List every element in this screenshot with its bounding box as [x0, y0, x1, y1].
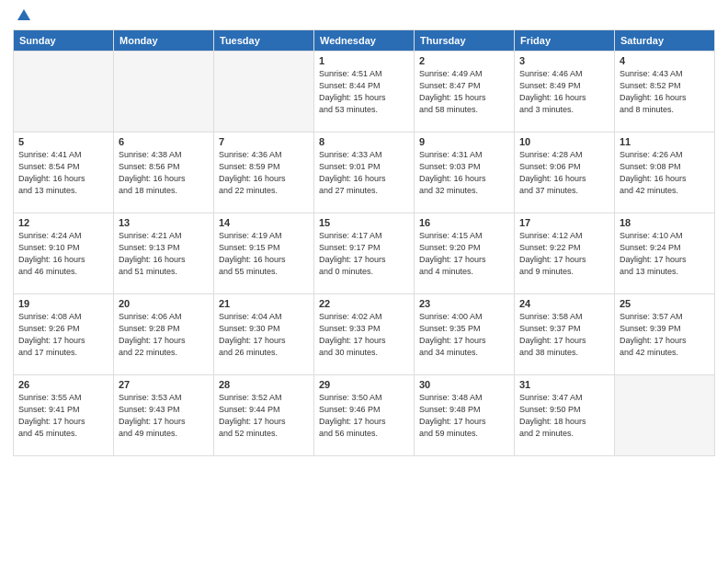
- calendar-cell: 19Sunrise: 4:08 AM Sunset: 9:26 PM Dayli…: [14, 294, 114, 375]
- calendar-cell: 16Sunrise: 4:15 AM Sunset: 9:20 PM Dayli…: [415, 213, 515, 294]
- calendar-cell: 18Sunrise: 4:10 AM Sunset: 9:24 PM Dayli…: [615, 213, 715, 294]
- calendar-cell: 30Sunrise: 3:48 AM Sunset: 9:48 PM Dayli…: [415, 375, 515, 456]
- day-number: 30: [419, 379, 509, 390]
- col-header-wednesday: Wednesday: [314, 30, 415, 52]
- calendar-cell: 6Sunrise: 4:38 AM Sunset: 8:56 PM Daylig…: [114, 132, 214, 213]
- day-info: Sunrise: 3:55 AM Sunset: 9:41 PM Dayligh…: [18, 392, 108, 440]
- svg-marker-0: [17, 9, 30, 20]
- day-info: Sunrise: 4:43 AM Sunset: 8:52 PM Dayligh…: [620, 68, 710, 116]
- day-number: 26: [18, 379, 108, 390]
- day-info: Sunrise: 4:28 AM Sunset: 9:06 PM Dayligh…: [519, 149, 609, 197]
- day-info: Sunrise: 4:26 AM Sunset: 9:08 PM Dayligh…: [620, 149, 710, 197]
- calendar-cell: 27Sunrise: 3:53 AM Sunset: 9:43 PM Dayli…: [114, 375, 214, 456]
- day-number: 24: [519, 298, 609, 309]
- day-info: Sunrise: 4:10 AM Sunset: 9:24 PM Dayligh…: [620, 230, 710, 278]
- day-number: 1: [319, 55, 409, 66]
- day-number: 9: [419, 136, 509, 147]
- day-info: Sunrise: 4:08 AM Sunset: 9:26 PM Dayligh…: [18, 311, 108, 359]
- day-info: Sunrise: 3:50 AM Sunset: 9:46 PM Dayligh…: [319, 392, 409, 440]
- day-number: 18: [620, 217, 710, 228]
- calendar-cell: [114, 52, 214, 132]
- calendar-cell: 22Sunrise: 4:02 AM Sunset: 9:33 PM Dayli…: [314, 294, 415, 375]
- day-info: Sunrise: 4:19 AM Sunset: 9:15 PM Dayligh…: [219, 230, 309, 278]
- day-info: Sunrise: 4:02 AM Sunset: 9:33 PM Dayligh…: [319, 311, 409, 359]
- col-header-saturday: Saturday: [615, 30, 715, 52]
- calendar-cell: 10Sunrise: 4:28 AM Sunset: 9:06 PM Dayli…: [515, 132, 615, 213]
- day-info: Sunrise: 4:24 AM Sunset: 9:10 PM Dayligh…: [18, 230, 108, 278]
- calendar-cell: 23Sunrise: 4:00 AM Sunset: 9:35 PM Dayli…: [415, 294, 515, 375]
- calendar-cell: [14, 52, 114, 132]
- calendar-cell: 4Sunrise: 4:43 AM Sunset: 8:52 PM Daylig…: [615, 52, 715, 132]
- week-row-1: 1Sunrise: 4:51 AM Sunset: 8:44 PM Daylig…: [14, 52, 715, 132]
- day-info: Sunrise: 3:47 AM Sunset: 9:50 PM Dayligh…: [519, 392, 609, 440]
- calendar-cell: 13Sunrise: 4:21 AM Sunset: 9:13 PM Dayli…: [114, 213, 214, 294]
- calendar-cell: 15Sunrise: 4:17 AM Sunset: 9:17 PM Dayli…: [314, 213, 415, 294]
- col-header-thursday: Thursday: [415, 30, 515, 52]
- day-number: 31: [519, 379, 609, 390]
- calendar-cell: 26Sunrise: 3:55 AM Sunset: 9:41 PM Dayli…: [14, 375, 114, 456]
- day-info: Sunrise: 4:38 AM Sunset: 8:56 PM Dayligh…: [119, 149, 209, 197]
- day-number: 16: [419, 217, 509, 228]
- col-header-sunday: Sunday: [14, 30, 114, 52]
- day-number: 5: [18, 136, 108, 147]
- day-number: 25: [620, 298, 710, 309]
- calendar-cell: 17Sunrise: 4:12 AM Sunset: 9:22 PM Dayli…: [515, 213, 615, 294]
- day-info: Sunrise: 3:48 AM Sunset: 9:48 PM Dayligh…: [419, 392, 509, 440]
- col-header-friday: Friday: [515, 30, 615, 52]
- day-number: 27: [119, 379, 209, 390]
- day-info: Sunrise: 4:21 AM Sunset: 9:13 PM Dayligh…: [119, 230, 209, 278]
- calendar-cell: 9Sunrise: 4:31 AM Sunset: 9:03 PM Daylig…: [415, 132, 515, 213]
- header: [13, 9, 715, 22]
- day-info: Sunrise: 4:15 AM Sunset: 9:20 PM Dayligh…: [419, 230, 509, 278]
- calendar-cell: 5Sunrise: 4:41 AM Sunset: 8:54 PM Daylig…: [14, 132, 114, 213]
- day-number: 15: [319, 217, 409, 228]
- week-row-4: 19Sunrise: 4:08 AM Sunset: 9:26 PM Dayli…: [14, 294, 715, 375]
- calendar-cell: [615, 375, 715, 456]
- day-number: 12: [18, 217, 108, 228]
- day-info: Sunrise: 4:41 AM Sunset: 8:54 PM Dayligh…: [18, 149, 108, 197]
- calendar-cell: 29Sunrise: 3:50 AM Sunset: 9:46 PM Dayli…: [314, 375, 415, 456]
- week-row-3: 12Sunrise: 4:24 AM Sunset: 9:10 PM Dayli…: [14, 213, 715, 294]
- calendar-cell: 20Sunrise: 4:06 AM Sunset: 9:28 PM Dayli…: [114, 294, 214, 375]
- logo: [13, 9, 32, 22]
- day-info: Sunrise: 4:17 AM Sunset: 9:17 PM Dayligh…: [319, 230, 409, 278]
- day-number: 10: [519, 136, 609, 147]
- day-number: 28: [219, 379, 309, 390]
- day-number: 2: [419, 55, 509, 66]
- week-row-2: 5Sunrise: 4:41 AM Sunset: 8:54 PM Daylig…: [14, 132, 715, 213]
- calendar-cell: 3Sunrise: 4:46 AM Sunset: 8:49 PM Daylig…: [515, 52, 615, 132]
- day-info: Sunrise: 4:00 AM Sunset: 9:35 PM Dayligh…: [419, 311, 509, 359]
- day-info: Sunrise: 3:58 AM Sunset: 9:37 PM Dayligh…: [519, 311, 609, 359]
- calendar-cell: 14Sunrise: 4:19 AM Sunset: 9:15 PM Dayli…: [214, 213, 314, 294]
- calendar-cell: 7Sunrise: 4:36 AM Sunset: 8:59 PM Daylig…: [214, 132, 314, 213]
- day-info: Sunrise: 3:52 AM Sunset: 9:44 PM Dayligh…: [219, 392, 309, 440]
- calendar-cell: 11Sunrise: 4:26 AM Sunset: 9:08 PM Dayli…: [615, 132, 715, 213]
- calendar-cell: [214, 52, 314, 132]
- calendar-cell: 21Sunrise: 4:04 AM Sunset: 9:30 PM Dayli…: [214, 294, 314, 375]
- calendar-cell: 8Sunrise: 4:33 AM Sunset: 9:01 PM Daylig…: [314, 132, 415, 213]
- day-info: Sunrise: 4:04 AM Sunset: 9:30 PM Dayligh…: [219, 311, 309, 359]
- day-info: Sunrise: 4:31 AM Sunset: 9:03 PM Dayligh…: [419, 149, 509, 197]
- day-number: 23: [419, 298, 509, 309]
- calendar-cell: 25Sunrise: 3:57 AM Sunset: 9:39 PM Dayli…: [615, 294, 715, 375]
- day-number: 22: [319, 298, 409, 309]
- day-number: 7: [219, 136, 309, 147]
- calendar-table: SundayMondayTuesdayWednesdayThursdayFrid…: [13, 29, 715, 456]
- calendar-cell: 1Sunrise: 4:51 AM Sunset: 8:44 PM Daylig…: [314, 52, 415, 132]
- calendar-cell: 12Sunrise: 4:24 AM Sunset: 9:10 PM Dayli…: [14, 213, 114, 294]
- day-number: 14: [219, 217, 309, 228]
- day-info: Sunrise: 4:51 AM Sunset: 8:44 PM Dayligh…: [319, 68, 409, 116]
- day-number: 19: [18, 298, 108, 309]
- calendar-cell: 24Sunrise: 3:58 AM Sunset: 9:37 PM Dayli…: [515, 294, 615, 375]
- day-info: Sunrise: 4:36 AM Sunset: 8:59 PM Dayligh…: [219, 149, 309, 197]
- day-number: 3: [519, 55, 609, 66]
- day-info: Sunrise: 4:46 AM Sunset: 8:49 PM Dayligh…: [519, 68, 609, 116]
- logo-icon: [16, 7, 32, 24]
- day-number: 21: [219, 298, 309, 309]
- day-info: Sunrise: 3:53 AM Sunset: 9:43 PM Dayligh…: [119, 392, 209, 440]
- day-info: Sunrise: 4:33 AM Sunset: 9:01 PM Dayligh…: [319, 149, 409, 197]
- day-number: 29: [319, 379, 409, 390]
- day-number: 4: [620, 55, 710, 66]
- day-number: 20: [119, 298, 209, 309]
- day-info: Sunrise: 4:06 AM Sunset: 9:28 PM Dayligh…: [119, 311, 209, 359]
